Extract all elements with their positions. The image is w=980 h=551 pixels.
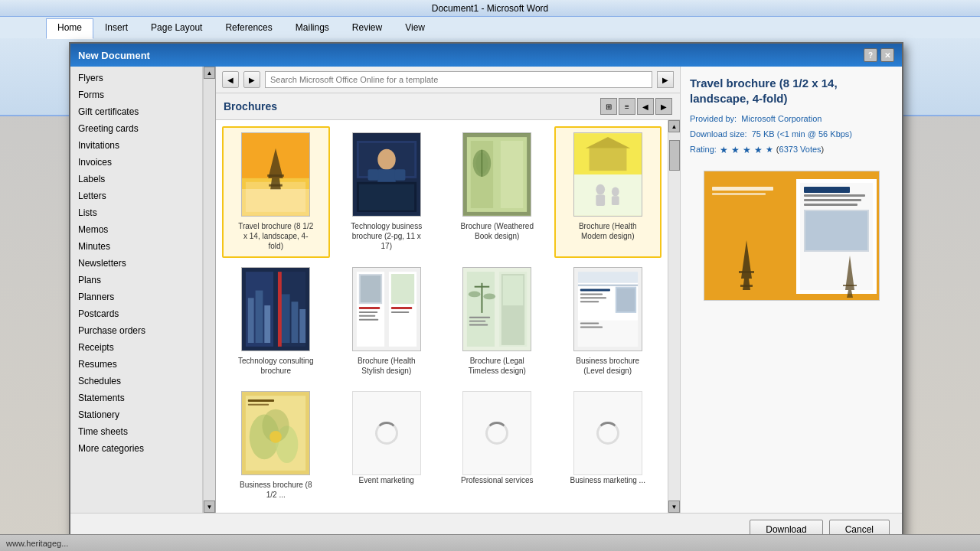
search-input[interactable] (265, 71, 652, 88)
svg-rect-70 (580, 293, 603, 295)
forward-button[interactable]: ▶ (243, 71, 260, 88)
help-button[interactable]: ? (864, 48, 877, 62)
svg-rect-101 (843, 285, 857, 286)
svg-rect-52 (391, 311, 409, 313)
template-item-3[interactable]: Brochure (Weathered Book design) (443, 126, 551, 258)
preview-title: Travel brochure (8 1/2 x 14, landscape, … (690, 76, 893, 106)
svg-rect-34 (248, 298, 254, 343)
grid-scroll-up-button[interactable]: ▲ (668, 120, 680, 132)
svg-point-83 (270, 431, 282, 443)
tab-home[interactable]: Home (46, 18, 93, 39)
svg-rect-89 (804, 187, 850, 193)
view-next-button[interactable]: ▶ (655, 98, 672, 115)
sidebar: Flyers Forms Gift certificates Greeting … (70, 67, 203, 513)
sidebar-item-flyers[interactable]: Flyers (70, 70, 202, 86)
tab-page-layout[interactable]: Page Layout (139, 18, 214, 38)
sidebar-item-postcards[interactable]: Postcards (70, 305, 202, 322)
star-2: ★ (731, 142, 740, 159)
svg-rect-85 (248, 404, 269, 406)
back-button[interactable]: ◀ (222, 71, 239, 88)
sidebar-item-lists[interactable]: Lists (70, 204, 202, 221)
sidebar-item-letters[interactable]: Letters (70, 187, 202, 204)
thumbnail-6 (352, 267, 421, 351)
template-item-10[interactable]: Event marketing (333, 385, 441, 507)
thumbnail-1 (241, 132, 310, 217)
template-item-12[interactable]: Business marketing ... (554, 385, 662, 507)
thumbnail-11 (462, 391, 531, 475)
thumbnail-2 (352, 132, 421, 217)
sidebar-item-time-sheets[interactable]: Time sheets (70, 423, 202, 440)
word-titlebar: Document1 - Microsoft Word (0, 0, 980, 17)
close-button[interactable]: ✕ (880, 48, 894, 62)
svg-rect-90 (804, 194, 865, 197)
svg-rect-4 (267, 174, 284, 177)
thumbnail-7 (462, 267, 531, 351)
tab-mailings[interactable]: Mailings (284, 18, 341, 38)
svg-rect-94 (805, 211, 867, 250)
sidebar-item-newsletters[interactable]: Newsletters (70, 255, 202, 272)
tab-references[interactable]: References (214, 18, 283, 38)
template-item-6[interactable]: Brochure (Health Stylish design) (333, 261, 441, 383)
template-grid: Travel brochure (8 1/2 x 14, landscape, … (216, 120, 668, 513)
sidebar-item-receipts[interactable]: Receipts (70, 339, 202, 356)
template-item-11[interactable]: Professional services (443, 385, 551, 507)
sidebar-item-invoices[interactable]: Invoices (70, 154, 202, 171)
sidebar-item-purchase-orders[interactable]: Purchase orders (70, 322, 202, 339)
thumbnail-4 (573, 132, 642, 217)
sidebar-item-greeting-cards[interactable]: Greeting cards (70, 120, 202, 137)
sidebar-item-statements[interactable]: Statements (70, 390, 202, 406)
sidebar-scroll-down[interactable]: ▼ (204, 500, 215, 513)
provided-by-label: Provided by: (690, 114, 737, 123)
right-panel: Travel brochure (8 1/2 x 14, landscape, … (680, 67, 902, 513)
svg-rect-62 (469, 324, 488, 325)
thumbnail-9 (241, 391, 310, 475)
sidebar-item-labels[interactable]: Labels (70, 171, 202, 187)
grid-scroll-thumb[interactable] (669, 140, 680, 171)
dialog-body: Flyers Forms Gift certificates Greeting … (70, 67, 902, 513)
content-toolbar: ◀ ▶ ▶ (216, 67, 680, 93)
template-item-4[interactable]: Brochure (Health Modern design) (554, 126, 662, 258)
sidebar-item-plans[interactable]: Plans (70, 272, 202, 289)
svg-rect-95 (712, 187, 773, 191)
svg-rect-92 (804, 204, 858, 206)
sidebar-item-gift-certs[interactable]: Gift certificates (70, 103, 202, 120)
view-prev-button[interactable]: ◀ (637, 98, 654, 115)
tab-review[interactable]: Review (341, 18, 394, 38)
template-item-5[interactable]: Technology consulting brochure (222, 261, 330, 383)
view-icons: ⊞ ≡ ◀ ▶ (600, 98, 672, 115)
sidebar-item-more-categories[interactable]: More categories (70, 440, 202, 457)
svg-rect-71 (580, 297, 606, 298)
svg-point-27 (596, 184, 605, 195)
template-item-7[interactable]: Brochure (Legal Timeless design) (443, 261, 551, 383)
template-item-2[interactable]: Technology business brochure (2-pg, 11 x… (333, 126, 441, 258)
provided-by-value: Microsoft Corporation (741, 114, 822, 123)
sidebar-item-minutes[interactable]: Minutes (70, 238, 202, 255)
sidebar-item-stationery[interactable]: Stationery (70, 406, 202, 423)
sidebar-item-schedules[interactable]: Schedules (70, 373, 202, 390)
search-go-button[interactable]: ▶ (657, 71, 674, 88)
template-item-9[interactable]: Business brochure (8 1/2 ... (222, 385, 330, 507)
template-label-9: Business brochure (8 1/2 ... (237, 480, 314, 500)
sidebar-item-memos[interactable]: Memos (70, 221, 202, 238)
sidebar-item-planners[interactable]: Planners (70, 289, 202, 305)
sidebar-item-forms[interactable]: Forms (70, 86, 202, 103)
view-grid-button[interactable]: ⊞ (600, 98, 617, 115)
sidebar-item-resumes[interactable]: Resumes (70, 356, 202, 373)
sidebar-item-invitations[interactable]: Invitations (70, 137, 202, 154)
svg-rect-69 (580, 289, 610, 291)
view-sort-button[interactable]: ≡ (619, 98, 635, 115)
svg-rect-75 (578, 320, 638, 346)
tab-view[interactable]: View (394, 18, 436, 38)
template-item-8[interactable]: Business brochure (Level design) (554, 261, 662, 383)
svg-rect-12 (395, 169, 406, 181)
preview-inner (704, 171, 879, 300)
grid-scroll-down-button[interactable]: ▼ (668, 500, 680, 513)
sidebar-scroll-track (204, 79, 215, 500)
svg-rect-98 (739, 271, 754, 273)
grid-scrollbar: ▲ ▼ (668, 120, 680, 513)
tab-insert[interactable]: Insert (93, 18, 139, 38)
thumbnail-3 (462, 132, 531, 217)
sidebar-scroll-up[interactable]: ▲ (204, 67, 215, 79)
template-label-10: Event marketing (359, 475, 414, 485)
template-item-1[interactable]: Travel brochure (8 1/2 x 14, landscape, … (222, 126, 330, 258)
